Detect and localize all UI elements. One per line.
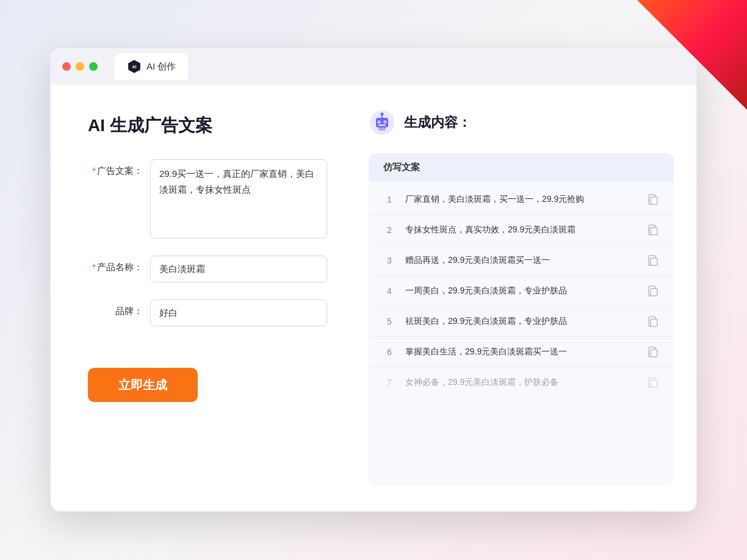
title-bar: AI AI 创作 — [50, 48, 697, 85]
svg-rect-17 — [651, 380, 657, 387]
browser-window: AI AI 创作 AI 生成广告文案 *广告文案： 29.9买一送一，真正的厂家… — [50, 48, 697, 512]
ad-copy-input[interactable]: 29.9买一送一，真正的厂家直销，美白淡斑霜，专抹女性斑点 — [150, 159, 327, 239]
svg-point-4 — [381, 113, 384, 116]
copy-icon[interactable] — [647, 224, 659, 236]
copy-icon[interactable] — [647, 254, 659, 267]
svg-rect-9 — [378, 124, 386, 126]
output-header: 生成内容： — [369, 109, 674, 136]
svg-text:AI: AI — [132, 65, 137, 69]
result-number: 1 — [383, 195, 395, 204]
svg-rect-11 — [651, 197, 657, 204]
result-text: 专抹女性斑点，真实功效，29.9元美白淡斑霜 — [405, 223, 637, 236]
result-text: 一周美白，29.9元美白淡斑霜，专业护肤品 — [405, 284, 637, 297]
list-item: 7 女神必备，29.9元美白淡斑霜，护肤必备 — [369, 367, 674, 397]
maximize-button[interactable] — [89, 62, 98, 71]
brand-input[interactable] — [150, 300, 327, 326]
copy-icon[interactable] — [647, 315, 659, 328]
svg-point-7 — [378, 121, 380, 123]
svg-rect-16 — [651, 350, 657, 357]
list-item: 5 祛斑美白，29.9元美白淡斑霜，专业护肤品 — [369, 306, 674, 337]
output-title: 生成内容： — [404, 113, 471, 132]
left-panel: AI 生成广告文案 *广告文案： 29.9买一送一，真正的厂家直销，美白淡斑霜，… — [51, 85, 356, 511]
result-text: 祛斑美白，29.9元美白淡斑霜，专业护肤品 — [405, 315, 637, 328]
svg-rect-13 — [651, 258, 657, 265]
list-item: 1 厂家直销，美白淡斑霜，买一送一，29.9元抢购 — [369, 184, 674, 215]
product-name-label: *产品名称： — [88, 256, 143, 273]
result-number: 2 — [383, 225, 395, 235]
results-header: 仿写文案 — [369, 153, 674, 182]
list-item: 6 掌握美白生活，29.9元美白淡斑霜买一送一 — [369, 337, 674, 367]
result-text: 女神必备，29.9元美白淡斑霜，护肤必备 — [405, 376, 637, 389]
robot-icon — [369, 109, 395, 136]
copy-icon[interactable] — [647, 346, 659, 358]
ad-copy-group: *广告文案： 29.9买一送一，真正的厂家直销，美白淡斑霜，专抹女性斑点 — [88, 159, 327, 239]
copy-icon[interactable] — [647, 376, 659, 389]
result-text: 厂家直销，美白淡斑霜，买一送一，29.9元抢购 — [405, 193, 637, 206]
list-item: 2 专抹女性斑点，真实功效，29.9元美白淡斑霜 — [369, 215, 674, 245]
ad-copy-label: *广告文案： — [88, 159, 143, 177]
results-column-header: 仿写文案 — [383, 162, 420, 172]
page-title: AI 生成广告文案 — [88, 114, 327, 137]
traffic-lights — [62, 62, 98, 71]
copy-icon[interactable] — [647, 193, 659, 206]
results-list: 1 厂家直销，美白淡斑霜，买一送一，29.9元抢购 2 专抹女性斑点，真实功效，… — [369, 182, 674, 486]
result-number: 3 — [383, 256, 395, 265]
tab-label: AI 创作 — [146, 61, 176, 73]
svg-point-8 — [384, 121, 386, 123]
product-name-group: *产品名称： — [88, 256, 327, 282]
close-button[interactable] — [62, 62, 71, 71]
result-text: 赠品再送，29.9元美白淡斑霜买一送一 — [405, 254, 637, 267]
result-number: 6 — [383, 347, 395, 357]
result-number: 4 — [383, 286, 395, 296]
result-text: 掌握美白生活，29.9元美白淡斑霜买一送一 — [405, 345, 637, 358]
svg-rect-14 — [651, 289, 657, 296]
svg-rect-15 — [651, 319, 657, 326]
generate-button[interactable]: 立即生成 — [88, 368, 198, 402]
right-panel: 生成内容： 仿写文案 1 厂家直销，美白淡斑霜，买一送一，29.9元抢购 2 专… — [356, 85, 696, 511]
brand-label: 品牌： — [88, 300, 143, 317]
brand-group: 品牌： — [88, 300, 327, 326]
list-item: 4 一周美白，29.9元美白淡斑霜，专业护肤品 — [369, 276, 674, 306]
svg-rect-10 — [378, 127, 386, 131]
ai-tab-icon: AI — [127, 59, 142, 74]
ai-tab[interactable]: AI AI 创作 — [115, 53, 188, 80]
copy-icon[interactable] — [647, 285, 659, 297]
results-container: 仿写文案 1 厂家直销，美白淡斑霜，买一送一，29.9元抢购 2 专抹女性斑点，… — [369, 153, 674, 486]
list-item: 3 赠品再送，29.9元美白淡斑霜买一送一 — [369, 245, 674, 276]
minimize-button[interactable] — [76, 62, 84, 71]
product-name-required: * — [92, 262, 96, 272]
svg-rect-12 — [651, 228, 657, 235]
product-name-input[interactable] — [150, 256, 327, 282]
content-area: AI 生成广告文案 *广告文案： 29.9买一送一，真正的厂家直销，美白淡斑霜，… — [51, 85, 696, 511]
result-number: 5 — [383, 317, 395, 326]
result-number: 7 — [383, 378, 395, 387]
ad-copy-required: * — [92, 165, 96, 176]
